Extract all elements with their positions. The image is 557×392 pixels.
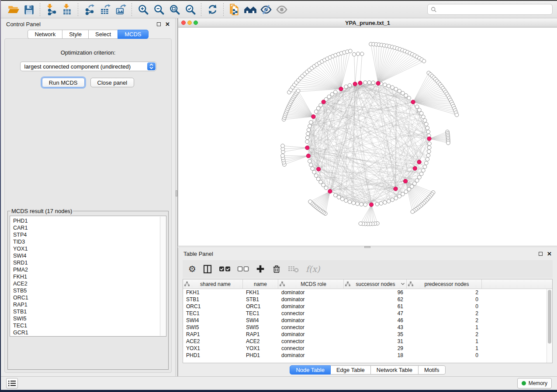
control-panel-title: Control Panel — [6, 21, 41, 28]
zoom-out-button[interactable] — [151, 2, 166, 17]
cell-shared-name: PHD1 — [183, 352, 243, 358]
float-panel-icon[interactable] — [539, 252, 543, 256]
column-header-predecessor-nodes[interactable]: predecessor nodes — [407, 279, 482, 289]
column-header-shared-name[interactable]: shared name — [183, 279, 243, 289]
table-row[interactable]: YOX1 YOX1 connector 29 1 — [183, 345, 552, 352]
mcds-result-item[interactable]: TEC1 — [13, 322, 157, 329]
import-table-button[interactable] — [59, 2, 75, 17]
deselect-all-button[interactable] — [237, 262, 249, 275]
network-window: YPA_prune.txt_1 — [178, 18, 557, 246]
mcds-result-item[interactable]: ACE2 — [13, 280, 157, 287]
column-header-name[interactable]: name — [243, 279, 278, 289]
show-columns-button[interactable] — [203, 262, 212, 275]
mcds-result-item[interactable]: RAP1 — [13, 301, 157, 308]
tab-network[interactable]: Network — [28, 30, 62, 39]
table-row[interactable]: STB1 STB1 dominator 62 0 — [183, 296, 552, 303]
close-window-icon[interactable] — [181, 21, 186, 25]
refresh-network-button[interactable] — [204, 2, 220, 17]
clone-network-button[interactable] — [227, 2, 242, 17]
zoom-fit-button[interactable] — [166, 2, 182, 17]
tab-edge-table[interactable]: Edge Table — [331, 365, 371, 375]
cell-predecessor-nodes: 2 — [407, 289, 482, 296]
zoom-window-icon[interactable] — [194, 21, 198, 25]
export-image-button[interactable] — [113, 2, 128, 17]
search-input[interactable] — [439, 6, 549, 13]
tab-style[interactable]: Style — [62, 30, 88, 39]
table-row[interactable]: TEC1 TEC1 connector 47 2 — [183, 310, 552, 317]
table-row[interactable]: SWI4 SWI4 dominator 46 2 — [183, 317, 552, 324]
tab-mcds[interactable]: MCDS — [118, 30, 148, 39]
eye-slash-icon — [260, 3, 272, 16]
splitter-grip[interactable] — [364, 246, 370, 248]
mcds-result-item[interactable]: PHD1 — [13, 217, 157, 224]
memory-button[interactable]: Memory — [517, 378, 552, 389]
mcds-result-item[interactable]: TID3 — [13, 238, 157, 245]
table-row[interactable]: ACE2 ACE2 connector 31 1 — [183, 338, 552, 345]
function-builder-button[interactable]: f(x) — [306, 262, 320, 275]
network-canvas[interactable] — [178, 28, 557, 246]
export-network-button[interactable] — [81, 2, 97, 17]
show-panels-button[interactable] — [274, 2, 290, 17]
table-scrollbar[interactable] — [547, 289, 552, 363]
float-panel-icon[interactable] — [157, 22, 161, 26]
tab-network-table[interactable]: Network Table — [371, 365, 419, 375]
mcds-result-item[interactable]: STB5 — [13, 287, 157, 294]
run-mcds-button[interactable]: Run MCDS — [42, 78, 85, 87]
mcds-result-item[interactable]: STP4 — [13, 231, 157, 238]
column-header-mcds-role[interactable]: MCDS role — [278, 279, 344, 289]
close-panel-icon[interactable]: ✕ — [547, 252, 552, 256]
vertical-splitter[interactable] — [175, 18, 178, 376]
table-row[interactable]: FKH1 FKH1 dominator 96 2 — [183, 289, 552, 296]
mcds-result-item[interactable]: SWI4 — [13, 252, 157, 259]
task-history-button[interactable] — [6, 378, 18, 389]
mcds-result-item[interactable]: STB1 — [13, 308, 157, 315]
zoom-selected-button[interactable] — [182, 2, 198, 17]
zoom-in-button[interactable] — [135, 2, 151, 17]
open-session-button[interactable] — [5, 2, 21, 17]
table-row[interactable]: SWI5 SWI5 connector 43 1 — [183, 324, 552, 331]
hide-panels-button[interactable] — [258, 2, 274, 17]
delete-table-button[interactable] — [288, 262, 299, 275]
delete-table-icon — [288, 265, 299, 273]
optimization-criterion-select[interactable]: largest connected component (undirected) — [20, 62, 156, 71]
mcds-result-item[interactable]: FKH1 — [13, 273, 157, 280]
cell-predecessor-nodes: 1 — [407, 324, 482, 330]
create-column-button[interactable] — [256, 262, 265, 275]
cell-name: PHD1 — [243, 352, 278, 358]
horizontal-splitter[interactable] — [178, 246, 557, 248]
plus-icon — [256, 264, 265, 274]
table-settings-button[interactable]: ⚙ — [188, 262, 196, 275]
close-panel-button[interactable]: Close panel — [90, 78, 135, 87]
cell-name: ACE2 — [243, 338, 278, 344]
save-session-button[interactable] — [21, 2, 37, 17]
mcds-result-item[interactable]: SRD1 — [13, 259, 157, 266]
splitter-grip[interactable] — [176, 190, 177, 196]
column-header-successor-nodes[interactable]: successor nodes — [344, 279, 407, 289]
import-network-button[interactable] — [43, 2, 59, 17]
mcds-result-item[interactable]: GCR1 — [13, 329, 157, 336]
tab-node-table[interactable]: Node Table — [290, 365, 331, 375]
table-row[interactable]: ORC1 ORC1 dominator 61 0 — [183, 303, 552, 310]
network-graph[interactable] — [178, 28, 557, 244]
mcds-result-item[interactable]: SWI5 — [13, 315, 157, 322]
table-row[interactable]: PHD1 PHD1 dominator 18 0 — [183, 352, 552, 359]
minimize-window-icon[interactable] — [187, 21, 192, 25]
scrollbar-thumb[interactable] — [548, 290, 551, 344]
tab-select[interactable]: Select — [88, 30, 118, 39]
delete-column-button[interactable] — [272, 262, 281, 275]
welcome-screen-button[interactable] — [242, 2, 258, 17]
export-table-button[interactable] — [97, 2, 113, 17]
zoom-fit-icon — [169, 3, 180, 15]
mcds-result-list[interactable]: PHD1CAR1STP4TID3YOX1SWI4SRD1PMA2FKH1ACE2… — [10, 216, 166, 337]
global-search-field[interactable] — [427, 4, 553, 15]
mcds-result-item[interactable]: ORC1 — [13, 294, 157, 301]
mcds-list-scrollbar[interactable] — [160, 217, 166, 336]
toolbar-separator — [78, 3, 78, 16]
table-row[interactable]: RAP1 RAP1 dominator 35 2 — [183, 331, 552, 338]
mcds-result-item[interactable]: YOX1 — [13, 245, 157, 252]
mcds-result-item[interactable]: CAR1 — [13, 224, 157, 231]
tab-motifs[interactable]: Motifs — [419, 365, 446, 375]
mcds-result-item[interactable]: PMA2 — [13, 266, 157, 273]
close-panel-icon[interactable]: ✕ — [165, 22, 170, 26]
select-all-button[interactable] — [219, 262, 231, 275]
